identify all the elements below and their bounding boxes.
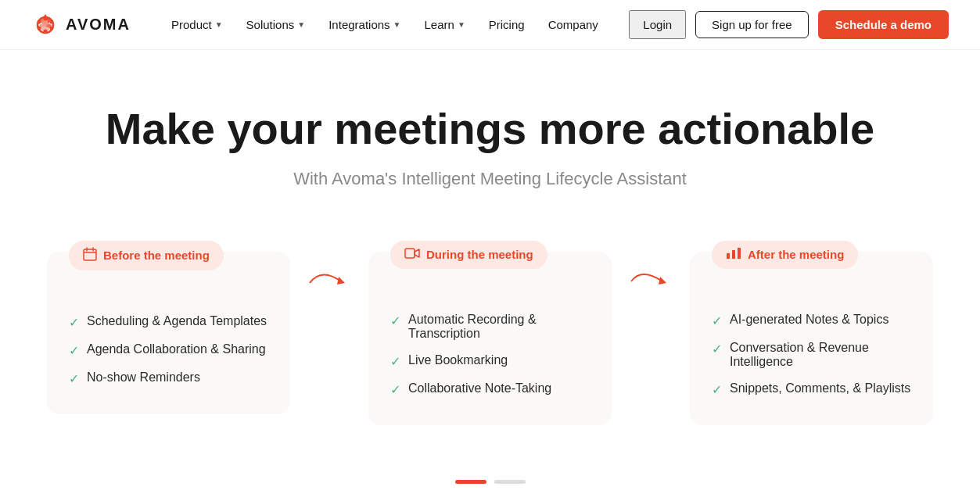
during-feature-3: ✓ Collaborative Note-Taking — [390, 381, 590, 397]
arrow-connector-1 — [306, 252, 353, 306]
logo-icon — [31, 11, 59, 39]
badge-after: After the meeting — [712, 241, 858, 269]
nav-item-solutions[interactable]: Solutions ▼ — [237, 12, 315, 38]
check-icon: ✓ — [69, 315, 79, 330]
before-feature-3: ✓ No-show Reminders — [69, 370, 268, 386]
nav-links: Product ▼ Solutions ▼ Integrations ▼ Lea… — [162, 12, 629, 38]
svg-rect-16 — [738, 248, 741, 259]
badge-during-label: During the meeting — [426, 248, 533, 261]
check-icon: ✓ — [390, 354, 400, 369]
during-features: ✓ Automatic Recording & Transcription ✓ … — [390, 313, 590, 397]
before-feature-2: ✓ Agenda Collaboration & Sharing — [69, 342, 268, 358]
cards-section: Before the meeting ✓ Scheduling & Agenda… — [0, 220, 980, 472]
card-before: Before the meeting ✓ Scheduling & Agenda… — [47, 252, 290, 414]
after-feature-3: ✓ Snippets, Comments, & Playlists — [712, 381, 911, 397]
after-feature-2: ✓ Conversation & Revenue Intelligence — [712, 341, 911, 369]
svg-point-3 — [50, 26, 54, 30]
svg-point-2 — [50, 20, 54, 23]
chart-icon — [726, 247, 741, 263]
during-feature-1: ✓ Automatic Recording & Transcription — [390, 313, 590, 341]
svg-marker-11 — [337, 277, 345, 284]
navbar: AVOMA Product ▼ Solutions ▼ Integrations… — [0, 0, 980, 50]
nav-item-company[interactable]: Company — [539, 12, 608, 38]
svg-marker-13 — [659, 277, 666, 284]
during-feature-2: ✓ Live Bookmarking — [390, 353, 590, 369]
badge-before: Before the meeting — [69, 241, 224, 270]
card-during: During the meeting ✓ Automatic Recording… — [368, 252, 612, 425]
hero-section: Make your meetings more actionable With … — [0, 50, 980, 220]
chevron-down-icon: ▼ — [297, 20, 305, 29]
signup-button[interactable]: Sign up for free — [695, 11, 809, 38]
check-icon: ✓ — [69, 371, 79, 386]
check-icon: ✓ — [390, 313, 400, 328]
check-icon: ✓ — [712, 313, 722, 328]
check-icon: ✓ — [69, 343, 79, 358]
nav-actions: Login Sign up for free Schedule a demo — [629, 10, 949, 39]
check-icon: ✓ — [712, 382, 722, 397]
before-feature-1: ✓ Scheduling & Agenda Templates — [69, 314, 268, 330]
svg-point-1 — [44, 16, 48, 20]
pagination-dot-1[interactable] — [455, 480, 486, 484]
before-features: ✓ Scheduling & Agenda Templates ✓ Agenda… — [69, 314, 268, 386]
login-button[interactable]: Login — [629, 10, 686, 39]
nav-item-pricing[interactable]: Pricing — [479, 12, 534, 38]
pagination — [0, 472, 980, 501]
badge-before-label: Before the meeting — [103, 249, 210, 262]
arrow-icon — [306, 259, 353, 306]
svg-rect-14 — [727, 253, 730, 259]
nav-item-learn[interactable]: Learn ▼ — [415, 12, 475, 38]
chevron-down-icon: ▼ — [215, 20, 223, 29]
after-features: ✓ AI-generated Notes & Topics ✓ Conversa… — [712, 313, 911, 397]
hero-subtitle: With Avoma's Intelligent Meeting Lifecyc… — [31, 169, 949, 189]
check-icon: ✓ — [712, 342, 722, 356]
arrow-icon — [627, 259, 674, 306]
pagination-dot-2[interactable] — [494, 480, 526, 484]
logo-label: AVOMA — [66, 16, 131, 34]
svg-point-4 — [44, 29, 48, 33]
logo[interactable]: AVOMA — [31, 11, 131, 39]
chevron-down-icon: ▼ — [458, 20, 465, 29]
calendar-icon — [83, 247, 97, 264]
svg-rect-7 — [84, 249, 96, 260]
hero-title: Make your meetings more actionable — [31, 105, 949, 153]
video-icon — [404, 247, 420, 263]
check-icon: ✓ — [390, 382, 400, 397]
nav-item-product[interactable]: Product ▼ — [162, 12, 232, 38]
nav-item-integrations[interactable]: Integrations ▼ — [319, 12, 410, 38]
badge-during: During the meeting — [390, 241, 547, 269]
svg-point-6 — [38, 20, 41, 23]
demo-button[interactable]: Schedule a demo — [818, 10, 949, 39]
svg-rect-15 — [732, 250, 735, 259]
badge-after-label: After the meeting — [748, 248, 844, 261]
card-after: After the meeting ✓ AI-generated Notes &… — [690, 252, 933, 425]
svg-point-5 — [38, 26, 41, 30]
arrow-connector-2 — [627, 252, 674, 306]
svg-rect-12 — [405, 249, 415, 258]
after-feature-1: ✓ AI-generated Notes & Topics — [712, 313, 911, 328]
chevron-down-icon: ▼ — [393, 20, 401, 29]
